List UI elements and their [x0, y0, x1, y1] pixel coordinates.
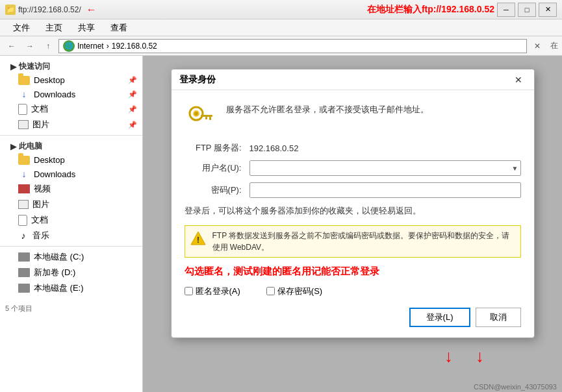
dialog-header-row: 服务器不允许匿名登录，或者不接受该电子邮件地址。: [185, 101, 521, 132]
password-input[interactable]: [249, 182, 521, 198]
folder-icon-2: [18, 156, 30, 165]
download-icon-2: ↓: [18, 169, 30, 179]
maximize-button[interactable]: □: [518, 3, 536, 17]
sidebar-item-videos-pc[interactable]: 视频: [0, 181, 142, 197]
dialog-info-text: 登录后，可以将这个服务器添加到你的收藏夹，以便轻易返回。: [185, 204, 521, 217]
drive-icon-c: [18, 252, 30, 262]
back-button[interactable]: ←: [4, 39, 19, 53]
anonymous-label: 匿名登录(A): [196, 286, 240, 297]
folder-icon: [18, 76, 30, 85]
warning-text: FTP 将数据发送到服务器之前不加密或编码密码或数据。要保护密码和数据的安全，请…: [212, 230, 515, 253]
dialog-body: 服务器不允许匿名登录，或者不接受该电子邮件地址。 FTP 服务器: 192.16…: [172, 90, 534, 337]
content-area: 登录身份 ✕: [143, 56, 562, 392]
menu-bar: 文件 主页 共享 查看: [0, 19, 562, 36]
count-badge: 5 个项目: [0, 302, 142, 315]
sidebar-item-drive-d[interactable]: 新加卷 (D:): [0, 265, 142, 280]
title-bar: 📁 ftp://192.168.0.52/ ← 在地址栏输入ftp://192.…: [0, 0, 562, 19]
drive-icon-d: [18, 268, 30, 277]
address-separator: ›: [107, 42, 109, 51]
doc-icon: [18, 104, 27, 115]
anonymous-checkbox-item: 匿名登录(A): [185, 286, 240, 297]
sidebar-item-drive-e[interactable]: 本地磁盘 (E:): [0, 280, 142, 296]
dialog-header-text: 服务器不允许匿名登录，或者不接受该电子邮件地址。: [226, 101, 429, 116]
sidebar-item-images-quick[interactable]: 图片 📌: [0, 117, 142, 132]
title-breadcrumb: ftp://192.168.0.52/ ←: [18, 4, 351, 16]
login-button[interactable]: 登录(L): [409, 308, 470, 327]
pc-header[interactable]: ▶ 此电脑: [0, 138, 142, 153]
warning-triangle: !: [190, 231, 206, 247]
address-right-label: 在: [550, 40, 558, 51]
image-icon: [18, 120, 29, 129]
login-dialog: 登录身份 ✕: [171, 69, 535, 338]
download-icon: ↓: [18, 89, 30, 99]
quick-access-header[interactable]: ▶ 快速访问: [0, 58, 142, 73]
anonymous-annotation: 勾选匿名，测试刚建的匿名用记能否正常登录: [185, 265, 521, 278]
key-icon: [185, 101, 216, 132]
sidebar-divider-1: [0, 135, 142, 136]
save-password-label: 保存密码(S): [277, 286, 322, 297]
form-row-password: 密码(P):: [185, 182, 521, 198]
address-segment-internet: Internet: [77, 42, 104, 51]
dialog-form: FTP 服务器: 192.168.0.52 用户名(U): ▼ 密码(P):: [185, 142, 521, 198]
sidebar-item-drive-c[interactable]: 本地磁盘 (C:): [0, 249, 142, 265]
save-password-checkbox-item: 保存密码(S): [266, 286, 322, 297]
svg-rect-3: [209, 117, 211, 120]
forward-button[interactable]: →: [22, 39, 38, 53]
anonymous-checkbox[interactable]: [185, 287, 193, 295]
title-path: ftp://192.168.0.52/: [18, 5, 81, 14]
ftp-server-label: FTP 服务器:: [185, 142, 249, 154]
dialog-title-bar: 登录身份 ✕: [172, 69, 534, 90]
svg-text:!: !: [196, 235, 199, 245]
minimize-button[interactable]: ─: [497, 3, 515, 17]
dialog-warning-row: ! FTP 将数据发送到服务器之前不加密或编码密码或数据。要保护密码和数据的安全…: [185, 225, 521, 258]
sidebar: ▶ 快速访问 Desktop 📌 ↓ Downloads 📌 文档 📌 图片 📌…: [0, 56, 143, 392]
address-annotation: 在地址栏输入ftp://192.168.0.52: [367, 4, 494, 16]
password-input-wrap: [249, 182, 521, 198]
sidebar-item-downloads-quick[interactable]: ↓ Downloads 📌: [0, 87, 142, 101]
spacer: [0, 296, 142, 301]
address-bar: ← → ↑ 🌐 Internet › 192.168.0.52 ✕ 在: [0, 36, 562, 56]
checkbox-row: 匿名登录(A) 保存密码(S): [185, 286, 521, 297]
sidebar-divider-2: [0, 246, 142, 247]
menu-share[interactable]: 共享: [70, 19, 103, 36]
menu-view[interactable]: 查看: [103, 19, 135, 36]
sidebar-item-desktop-pc[interactable]: Desktop: [0, 153, 142, 167]
address-field[interactable]: 🌐 Internet › 192.168.0.52: [58, 39, 527, 53]
music-icon: ♪: [18, 230, 29, 241]
menu-file[interactable]: 文件: [5, 19, 38, 36]
dialog-close-button[interactable]: ✕: [511, 72, 526, 88]
username-input[interactable]: [249, 160, 521, 176]
svg-rect-2: [201, 115, 212, 117]
sidebar-item-docs-quick[interactable]: 文档 📌: [0, 101, 142, 117]
sidebar-item-music-pc[interactable]: ♪ 音乐: [0, 228, 142, 243]
close-button[interactable]: ✕: [539, 3, 557, 17]
doc-icon-2: [18, 215, 27, 226]
save-password-checkbox[interactable]: [266, 287, 275, 295]
drive-icon-e: [18, 284, 30, 293]
username-input-wrap: ▼: [249, 160, 521, 176]
form-row-server: FTP 服务器: 192.168.0.52: [185, 142, 521, 154]
menu-home[interactable]: 主页: [38, 19, 70, 36]
form-row-username: 用户名(U): ▼: [185, 160, 521, 176]
cancel-button[interactable]: 取消: [476, 308, 521, 327]
main-layout: ▶ 快速访问 Desktop 📌 ↓ Downloads 📌 文档 📌 图片 📌…: [0, 56, 562, 392]
password-label: 密码(P):: [185, 184, 249, 196]
sidebar-item-images-pc[interactable]: 图片: [0, 197, 142, 212]
svg-point-5: [194, 112, 198, 116]
sidebar-item-docs-pc[interactable]: 文档: [0, 212, 142, 228]
address-segment-ip: 192.168.0.52: [112, 42, 157, 51]
sidebar-item-downloads-pc[interactable]: ↓ Downloads: [0, 167, 142, 181]
up-button[interactable]: ↑: [40, 39, 56, 53]
image-icon-2: [18, 200, 29, 209]
address-close-button[interactable]: ✕: [530, 39, 545, 53]
title-arrow: ←: [86, 4, 97, 16]
title-icon: 📁: [5, 5, 16, 15]
dialog-overlay: 登录身份 ✕: [143, 56, 562, 392]
username-label: 用户名(U):: [185, 162, 249, 174]
ftp-server-value: 192.168.0.52: [249, 143, 299, 153]
svg-rect-4: [205, 117, 207, 119]
sidebar-item-desktop-quick[interactable]: Desktop 📌: [0, 73, 142, 87]
video-icon: [18, 184, 30, 193]
watermark: CSDN@weixin_43075093: [474, 383, 557, 391]
dialog-title: 登录身份: [179, 74, 511, 86]
